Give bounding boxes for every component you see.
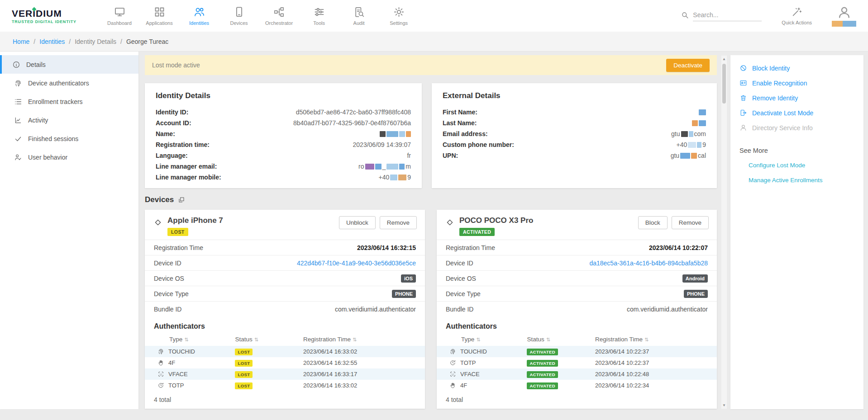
redacted-block bbox=[380, 131, 386, 137]
sort-icon[interactable]: ⇅ bbox=[546, 337, 550, 342]
field-row: Line manager mobile: +409 bbox=[156, 172, 411, 183]
block-device-button[interactable]: Block bbox=[638, 216, 668, 229]
redacted-block bbox=[399, 164, 405, 170]
search-icon[interactable] bbox=[681, 11, 689, 19]
column-header-status[interactable]: Status⇅ bbox=[527, 336, 595, 343]
field-row: Account ID: 8b40ad7f-b077-4325-96b7-0e4f… bbox=[156, 118, 411, 128]
block-identity-action[interactable]: Block Identity bbox=[730, 61, 863, 76]
main-scrollbar[interactable]: ▲ ▼ bbox=[721, 55, 727, 409]
external-details-title: External Details bbox=[443, 91, 706, 100]
nav-item-identities[interactable]: Identities bbox=[185, 4, 214, 28]
nav-item-devices[interactable]: Devices bbox=[224, 4, 253, 28]
lost-mode-banner: Lost mode active Deactivate bbox=[145, 55, 717, 75]
sort-icon[interactable]: ⇅ bbox=[644, 337, 649, 342]
auth-registration-time: 2023/06/14 16:33:02 bbox=[303, 348, 416, 355]
orchestrator-icon bbox=[273, 6, 285, 18]
expand-devices-icon[interactable] bbox=[178, 196, 185, 203]
sort-icon[interactable]: ⇅ bbox=[254, 337, 258, 342]
sidebar-item-user-behavior[interactable]: User behavior bbox=[0, 148, 138, 166]
action-label: Deactivate Lost Mode bbox=[752, 109, 813, 117]
column-header-registration-time[interactable]: Registration Time⇅ bbox=[595, 336, 708, 343]
redacted-block bbox=[691, 153, 697, 159]
search-input[interactable] bbox=[693, 10, 762, 21]
manage-active-enrollments-link[interactable]: Manage Active Enrollments bbox=[730, 173, 863, 188]
fingerprint-icon bbox=[14, 79, 22, 87]
action-label: Block Identity bbox=[752, 65, 790, 72]
user-menu[interactable] bbox=[832, 5, 856, 27]
trash-icon bbox=[739, 94, 747, 102]
redacted-block bbox=[689, 131, 693, 137]
deactivate-lost-mode-action[interactable]: Deactivate Lost Mode bbox=[730, 105, 863, 120]
field-row: UPN: gtucal bbox=[443, 150, 706, 161]
column-header-status[interactable]: Status⇅ bbox=[235, 336, 303, 343]
device-icon bbox=[445, 217, 455, 227]
unblock-device-button[interactable]: Unblock bbox=[339, 216, 376, 229]
remove-device-button[interactable]: Remove bbox=[380, 216, 417, 229]
brand-logo[interactable]: VERIDIUM TRUSTED DIGITAL IDENTITY bbox=[12, 8, 93, 24]
nav-item-audit[interactable]: Audit bbox=[344, 4, 373, 28]
sidebar-item-label: Details bbox=[26, 61, 46, 68]
sort-icon[interactable]: ⇅ bbox=[353, 337, 357, 342]
auth-status-badge: LOST bbox=[235, 349, 253, 355]
field-label: Identity ID: bbox=[156, 109, 188, 116]
actions-panel: Block Identity Enable Recognition Remove… bbox=[730, 55, 863, 409]
breadcrumb-home[interactable]: Home bbox=[13, 38, 29, 45]
sort-icon[interactable]: ⇅ bbox=[476, 337, 480, 342]
sort-icon[interactable]: ⇅ bbox=[184, 337, 188, 342]
device-id-link[interactable]: da18ec5a-361a-4c16-b4b6-894cbafa5b28 bbox=[589, 260, 708, 267]
email-address-redacted: gtucom bbox=[671, 130, 706, 137]
scroll-up-arrow[interactable]: ▲ bbox=[722, 56, 726, 62]
device-field-row: Bundle ID com.veridiumid.authenticator bbox=[437, 301, 717, 316]
top-bar: VERIDIUM TRUSTED DIGITAL IDENTITY Dashbo… bbox=[0, 0, 868, 32]
nav-item-settings[interactable]: Settings bbox=[384, 4, 413, 28]
redacted-user-label bbox=[832, 21, 856, 27]
device-field-row: Device ID 422d4b67-f10e-41a9-9e40-3e56d0… bbox=[145, 255, 425, 270]
configure-lost-mode-link[interactable]: Configure Lost Mode bbox=[730, 158, 863, 173]
sidebar-item-activity[interactable]: Activity bbox=[0, 111, 138, 129]
identities-icon bbox=[193, 6, 205, 18]
auth-status-badge: ACTIVATED bbox=[527, 360, 558, 367]
breadcrumb-separator: / bbox=[33, 38, 35, 45]
field-row: First Name: bbox=[443, 107, 706, 118]
column-header-type[interactable]: Type⇅ bbox=[446, 336, 527, 343]
redacted-block bbox=[681, 131, 688, 137]
identity-id-value: d506ebd7-ae86-472c-ba60-37ff988fc408 bbox=[296, 109, 411, 116]
nav-item-applications[interactable]: Applications bbox=[145, 4, 174, 28]
field-label: Line manager mobile: bbox=[156, 174, 221, 181]
tools-icon bbox=[313, 6, 325, 18]
enable-recognition-action[interactable]: Enable Recognition bbox=[730, 76, 863, 90]
redacted-block bbox=[398, 175, 406, 180]
device-os-badge: Android bbox=[682, 274, 708, 283]
sidebar-item-details[interactable]: Details bbox=[0, 55, 138, 74]
applications-icon bbox=[153, 6, 166, 18]
device-id-link[interactable]: 422d4b67-f10e-41a9-9e40-3e56d036e5ce bbox=[297, 260, 416, 267]
remove-identity-action[interactable]: Remove Identity bbox=[730, 90, 863, 105]
language-value: fr bbox=[407, 152, 411, 159]
name-value-redacted bbox=[380, 131, 411, 137]
identity-details-title: Identity Details bbox=[156, 91, 411, 100]
scrollbar-thumb[interactable] bbox=[722, 64, 726, 104]
device-icon bbox=[153, 217, 163, 227]
action-label: Directory Service Info bbox=[752, 124, 813, 132]
field-label: Device Type bbox=[446, 290, 481, 297]
deactivate-lost-mode-button[interactable]: Deactivate bbox=[666, 59, 710, 72]
sidebar-item-enrollment-trackers[interactable]: Enrollment trackers bbox=[0, 92, 138, 111]
auth-type: VFACE bbox=[460, 371, 480, 378]
field-label: Email address: bbox=[443, 130, 488, 137]
redacted-block bbox=[699, 120, 706, 126]
authenticator-row: TOTP LOST 2023/06/14 16:33:02 bbox=[145, 380, 425, 391]
sidebar-item-finished-sessions[interactable]: Finished sessions bbox=[0, 129, 138, 148]
nav-item-dashboard[interactable]: Dashboard bbox=[105, 4, 134, 28]
scroll-down-arrow[interactable]: ▼ bbox=[722, 402, 726, 409]
breadcrumb-identities[interactable]: Identities bbox=[39, 38, 65, 45]
sidebar-item-device-authenticators[interactable]: Device authenticators bbox=[0, 74, 138, 92]
remove-device-button[interactable]: Remove bbox=[672, 216, 709, 229]
field-row: Email address: gtucom bbox=[443, 128, 706, 139]
quick-actions-button[interactable]: Quick Actions bbox=[782, 6, 812, 25]
authenticator-row: VFACE LOST 2023/06/14 16:33:17 bbox=[145, 368, 425, 380]
column-header-registration-time[interactable]: Registration Time⇅ bbox=[303, 336, 416, 343]
column-header-type[interactable]: Type⇅ bbox=[154, 336, 235, 343]
auth-type: TOUCHID bbox=[460, 348, 487, 355]
nav-item-orchestrator[interactable]: Orchestrator bbox=[264, 4, 294, 28]
nav-item-tools[interactable]: Tools bbox=[305, 4, 334, 28]
